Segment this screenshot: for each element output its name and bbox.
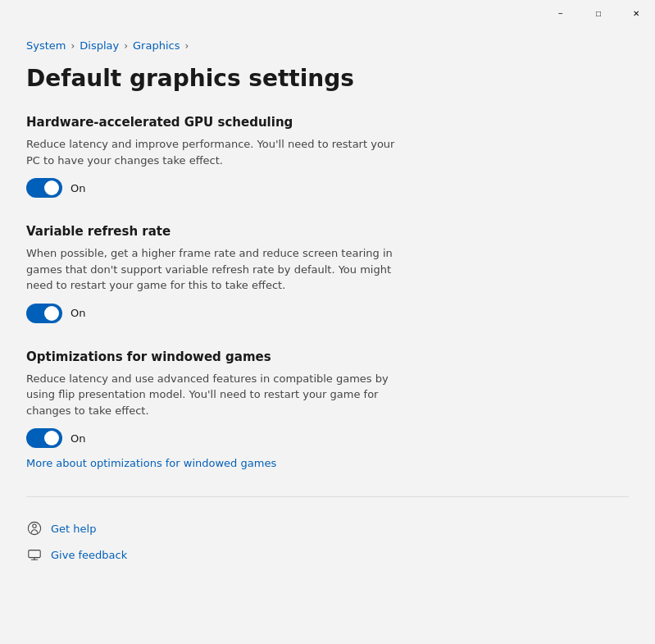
close-button[interactable]: ✕	[617, 0, 655, 26]
toggle-windowed-track	[26, 428, 62, 448]
toggle-windowed-games[interactable]	[26, 428, 62, 448]
toggle-variable-refresh[interactable]	[26, 304, 62, 323]
toggle-gpu-label: On	[71, 182, 85, 194]
minimize-button[interactable]: −	[542, 0, 580, 26]
svg-point-1	[33, 524, 37, 528]
footer-divider	[26, 496, 629, 497]
toggle-refresh-thumb	[44, 306, 59, 321]
section-windowed-games-desc: Reduce latency and use advanced features…	[26, 371, 403, 419]
toggle-row-refresh: On	[26, 304, 629, 323]
toggle-gpu-scheduling[interactable]	[26, 178, 62, 198]
main-content: System › Display › Graphics › Default gr…	[0, 26, 655, 644]
toggle-refresh-track	[26, 304, 62, 323]
section-variable-refresh-desc: When possible, get a higher frame rate a…	[26, 245, 403, 294]
footer-links: Get help Give feedback	[26, 517, 629, 566]
maximize-button[interactable]: □	[580, 0, 617, 26]
breadcrumb-system[interactable]: System	[26, 39, 66, 52]
breadcrumb-sep-2: ›	[124, 40, 128, 52]
section-gpu-scheduling-title: Hardware-accelerated GPU scheduling	[26, 115, 629, 130]
toggle-row-windowed: On	[26, 428, 629, 448]
section-gpu-scheduling: Hardware-accelerated GPU scheduling Redu…	[26, 115, 629, 198]
title-bar: − □ ✕	[0, 0, 655, 26]
breadcrumb-sep-3: ›	[184, 40, 189, 52]
toggle-windowed-thumb	[44, 431, 59, 445]
breadcrumb-graphics[interactable]: Graphics	[133, 39, 180, 52]
windowed-games-more-link[interactable]: More about optimizations for windowed ga…	[26, 457, 276, 469]
breadcrumb-sep-1: ›	[71, 40, 75, 52]
section-variable-refresh: Variable refresh rate When possible, get…	[26, 224, 629, 323]
page-title: Default graphics settings	[26, 65, 629, 92]
give-feedback-row[interactable]: Give feedback	[26, 543, 629, 566]
section-windowed-games-title: Optimizations for windowed games	[26, 349, 629, 364]
give-feedback-icon	[26, 546, 43, 563]
get-help-icon	[26, 520, 43, 537]
breadcrumb-display[interactable]: Display	[80, 39, 119, 52]
toggle-gpu-track	[26, 178, 62, 198]
toggle-gpu-thumb	[44, 180, 59, 195]
toggle-row-gpu: On	[26, 178, 629, 198]
breadcrumb: System › Display › Graphics ›	[26, 39, 629, 52]
toggle-refresh-label: On	[71, 307, 85, 319]
get-help-row[interactable]: Get help	[26, 517, 629, 540]
give-feedback-link[interactable]: Give feedback	[51, 549, 127, 561]
toggle-windowed-label: On	[71, 432, 85, 445]
svg-rect-2	[29, 550, 40, 558]
get-help-link[interactable]: Get help	[51, 523, 96, 535]
section-windowed-games: Optimizations for windowed games Reduce …	[26, 349, 629, 471]
section-variable-refresh-title: Variable refresh rate	[26, 224, 629, 239]
section-gpu-scheduling-desc: Reduce latency and improve performance. …	[26, 136, 403, 168]
